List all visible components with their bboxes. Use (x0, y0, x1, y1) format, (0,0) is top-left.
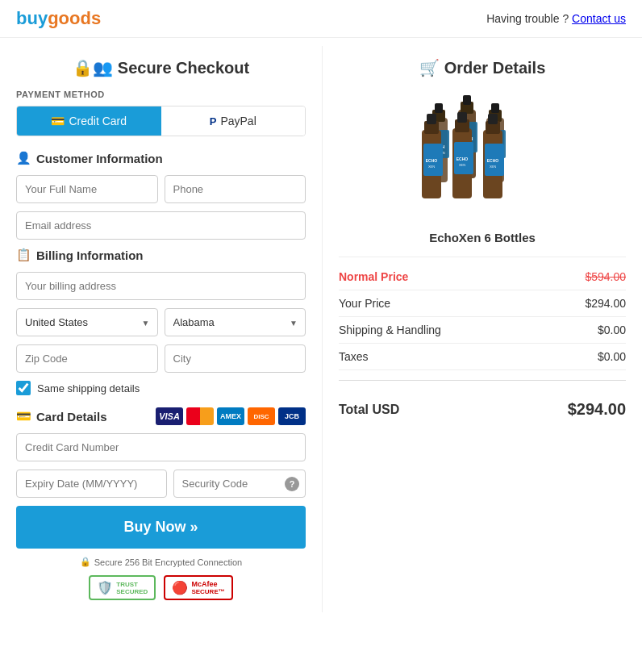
security-help-icon[interactable]: ? (285, 477, 299, 491)
city-input[interactable] (165, 344, 306, 373)
help-text: Having trouble ? (486, 12, 569, 25)
paypal-icon: P (210, 115, 217, 127)
card-section: 💳 Card Details VISA AMEX DISC JCB (16, 407, 306, 498)
credit-card-icon: 💳 (51, 115, 65, 127)
svg-text:XEN: XEN (428, 165, 435, 169)
card-number-input[interactable] (16, 433, 306, 461)
amex-icon: AMEX (217, 407, 244, 425)
billing-section: 📋 Billing Information United States Cana… (16, 248, 306, 395)
your-price-row: Your Price $294.00 (339, 290, 626, 317)
billing-icon: 📋 (16, 248, 31, 262)
header: buygoods Having trouble ? Contact us (0, 0, 642, 38)
billing-address-group (16, 272, 306, 300)
taxes-value: $0.00 (598, 350, 626, 363)
checkout-title: 🔒👥 Secure Checkout (16, 58, 306, 77)
card-section-title: 💳 Card Details (16, 409, 107, 424)
your-price-value: $294.00 (585, 297, 626, 310)
main-container: 🔒👥 Secure Checkout PAYMENT METHOD 💳 Cred… (0, 38, 642, 620)
normal-price-row: Normal Price $594.00 (339, 264, 626, 290)
svg-text:ECHO: ECHO (426, 158, 438, 163)
svg-rect-2 (435, 103, 443, 113)
billing-address-input[interactable] (16, 272, 306, 300)
total-row: Total USD $294.00 (339, 390, 626, 428)
mcafee-icon: 🔴 (172, 580, 188, 595)
trust-secured-badge: 🛡️ TRUST SECURED (89, 575, 156, 600)
secure-text: 🔒 Secure 256 Bit Encrypted Connection (16, 557, 306, 567)
zip-city-row (16, 344, 306, 373)
svg-rect-14 (491, 103, 499, 113)
billing-title-text: Billing Information (36, 248, 144, 262)
mastercard-icon (186, 407, 214, 425)
mcafee-badge: 🔴 McAfee SECURE™ (164, 575, 232, 600)
expiry-security-row: ? (16, 470, 306, 498)
country-wrapper: United States Canada United Kingdom Aust… (16, 308, 158, 336)
payment-method-section: PAYMENT METHOD 💳 Credit Card P PayPal (16, 90, 306, 136)
same-shipping-label[interactable]: Same shipping details (37, 382, 140, 394)
svg-rect-32 (488, 114, 498, 124)
buy-now-button[interactable]: Buy Now » (16, 506, 306, 549)
visa-icon: VISA (156, 407, 183, 425)
normal-price-value: $594.00 (585, 270, 626, 283)
full-name-input[interactable] (16, 175, 158, 203)
phone-input[interactable] (165, 175, 306, 203)
taxes-label: Taxes (339, 350, 369, 363)
svg-rect-8 (463, 95, 471, 105)
cart-icon: 🛒 (419, 58, 440, 77)
card-details-header: 💳 Card Details VISA AMEX DISC JCB (16, 407, 306, 425)
shield-icon: 🛡️ (97, 580, 113, 595)
card-icons: VISA AMEX DISC JCB (156, 407, 306, 425)
svg-text:ECHO: ECHO (456, 157, 469, 161)
total-label: Total USD (339, 403, 399, 417)
security-wrapper: ? (173, 470, 306, 498)
discover-icon: DISC (248, 407, 275, 425)
secure-text-content: Secure 256 Bit Encrypted Connection (94, 557, 242, 567)
checkout-panel: 🔒👥 Secure Checkout PAYMENT METHOD 💳 Cred… (0, 46, 323, 612)
logo-goods: goods (48, 8, 101, 28)
tab-credit-card[interactable]: 💳 Credit Card (17, 106, 161, 136)
trust-badges: 🛡️ TRUST SECURED 🔴 McAfee SECURE™ (16, 575, 306, 600)
customer-section: 👤 Customer Information (16, 151, 306, 240)
email-input[interactable] (16, 211, 306, 240)
zip-input[interactable] (16, 344, 158, 373)
trust-secured-text: TRUST SECURED (116, 581, 148, 595)
card-number-group (16, 433, 306, 461)
logo-buy: buy (16, 8, 48, 28)
product-image: ECH OXEN ECH OXEN (410, 90, 555, 219)
product-name: EchoXen 6 Bottles (339, 231, 626, 244)
normal-price-label: Normal Price (339, 270, 408, 283)
divider-1 (339, 257, 626, 257)
taxes-row: Taxes $0.00 (339, 344, 626, 370)
order-title-text: Order Details (444, 59, 546, 77)
country-select[interactable]: United States Canada United Kingdom Aust… (16, 308, 158, 336)
lock-icon-small: 🔒 (80, 557, 91, 567)
total-divider (339, 380, 626, 381)
same-shipping-checkbox[interactable] (16, 381, 31, 395)
svg-text:XEN: XEN (490, 165, 496, 169)
shipping-row: Shipping & Handling $0.00 (339, 317, 626, 344)
jcb-icon: JCB (278, 407, 306, 425)
tab-credit-card-label: Credit Card (69, 115, 127, 127)
card-title-text: Card Details (36, 410, 107, 424)
svg-rect-20 (427, 114, 436, 124)
card-icon: 💳 (16, 409, 31, 424)
shipping-label: Shipping & Handling (339, 323, 441, 336)
expiry-input[interactable] (16, 470, 167, 498)
logo: buygoods (16, 8, 101, 29)
tab-paypal[interactable]: P PayPal (161, 106, 306, 136)
state-select[interactable]: Alabama Alaska Arizona California Florid… (165, 308, 306, 336)
shipping-value: $0.00 (598, 323, 626, 336)
mcafee-text: McAfee SECURE™ (191, 580, 224, 595)
order-title: 🛒 Order Details (339, 58, 626, 77)
tab-paypal-label: PayPal (220, 115, 256, 127)
state-wrapper: Alabama Alaska Arizona California Florid… (165, 308, 306, 336)
billing-section-title: 📋 Billing Information (16, 248, 306, 262)
svg-text:XEN: XEN (459, 163, 465, 167)
name-phone-row (16, 175, 306, 203)
total-value: $294.00 (568, 400, 626, 419)
customer-title-text: Customer Information (36, 152, 163, 165)
order-panel: 🛒 Order Details ECH OXEN (323, 46, 642, 612)
contact-link[interactable]: Contact us (572, 12, 626, 25)
customer-section-title: 👤 Customer Information (16, 151, 306, 165)
header-help: Having trouble ? Contact us (486, 12, 626, 25)
customer-icon: 👤 (16, 151, 31, 165)
